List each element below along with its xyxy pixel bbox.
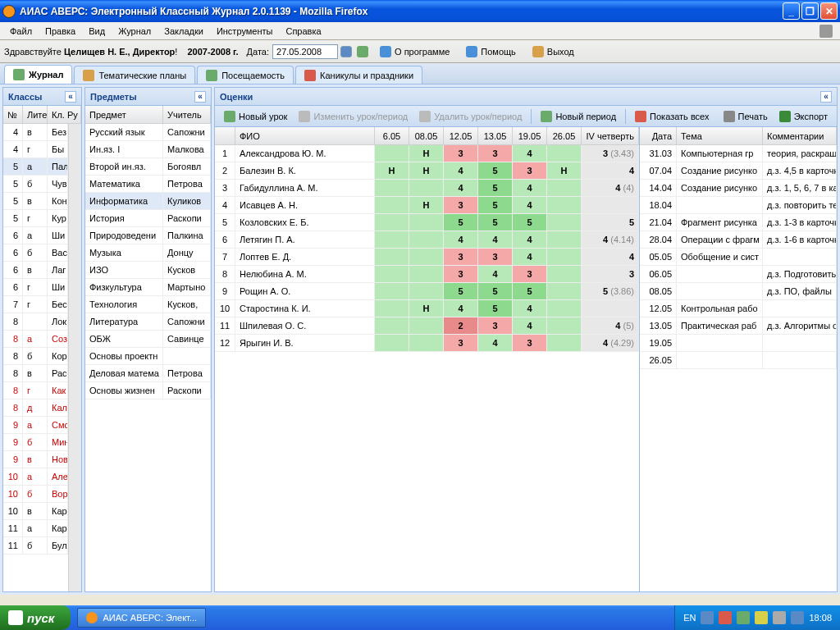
student-row[interactable]: 8Нелюбина А. М.3433 bbox=[215, 266, 639, 283]
menu-help[interactable]: Справка bbox=[280, 25, 326, 38]
class-row[interactable]: 6вЛаг bbox=[3, 262, 68, 279]
subject-row[interactable]: ЛитератураСапожни bbox=[85, 313, 211, 331]
subject-row[interactable]: Второй ин.яз.Богоявл bbox=[85, 158, 211, 176]
student-row[interactable]: 1Александрова Ю. М.Н3343 (3.43) bbox=[215, 145, 639, 162]
edit-lesson-button[interactable]: Изменить урок/период bbox=[294, 108, 413, 125]
subject-row[interactable]: ОБЖСавинце bbox=[85, 331, 211, 348]
menu-edit[interactable]: Правка bbox=[39, 25, 81, 38]
class-row[interactable]: 8дКал bbox=[3, 399, 68, 417]
col-topic[interactable]: Тема bbox=[677, 127, 763, 144]
subject-row[interactable]: ИнформатикаКуликов bbox=[85, 193, 211, 210]
taskbar-item[interactable]: АИАС АВЕРС: Элект... bbox=[77, 608, 206, 628]
class-row[interactable]: 11бБул bbox=[3, 537, 68, 555]
class-row[interactable]: 9бМин bbox=[3, 434, 68, 451]
lesson-row[interactable]: 12.05Контрольная рабо bbox=[640, 300, 837, 317]
lesson-row[interactable]: 18.04д.з. повторить те bbox=[640, 197, 837, 214]
col-teacher[interactable]: Кл. Ру bbox=[48, 106, 81, 123]
lesson-row[interactable]: 19.05 bbox=[640, 335, 837, 352]
student-row[interactable]: 12Ярыгин И. В.3434 (4.29) bbox=[215, 335, 639, 352]
col-no[interactable]: № bbox=[3, 106, 23, 123]
class-row[interactable]: 6бВас bbox=[3, 244, 68, 262]
class-row[interactable]: 4вБез bbox=[3, 124, 68, 141]
student-row[interactable]: 11Шпилевая О. С.2344 (5) bbox=[215, 317, 639, 335]
maximize-button[interactable]: ❐ bbox=[801, 2, 819, 20]
help-button[interactable]: Помощь bbox=[461, 44, 521, 59]
col-fio[interactable]: ФИО bbox=[235, 127, 375, 144]
tab-holidays[interactable]: Каникулы и праздники bbox=[295, 66, 422, 84]
lesson-row[interactable]: 06.05д.з. Подготовить bbox=[640, 266, 837, 283]
subject-row[interactable]: Основы проектн bbox=[85, 348, 211, 365]
about-button[interactable]: О программе bbox=[375, 44, 454, 59]
col-num[interactable] bbox=[215, 127, 235, 144]
student-row[interactable]: 9Рощин А. О.5555 (3.86) bbox=[215, 283, 639, 300]
subject-row[interactable]: Основы жизненРаскопи bbox=[85, 382, 211, 399]
class-row[interactable]: 8вРас bbox=[3, 365, 68, 382]
close-button[interactable]: ✕ bbox=[820, 2, 838, 20]
tray-icon[interactable] bbox=[719, 611, 732, 624]
class-row[interactable]: 10вКар bbox=[3, 503, 68, 520]
class-row[interactable]: 11аКар bbox=[3, 520, 68, 537]
tab-journal[interactable]: Журнал bbox=[4, 65, 72, 84]
class-row[interactable]: 5аПал bbox=[3, 158, 68, 176]
col-date[interactable]: 26.05 bbox=[547, 127, 582, 144]
subject-row[interactable]: ПриродоведениПалкина bbox=[85, 227, 211, 244]
col-comment[interactable]: Комментарии bbox=[763, 127, 837, 144]
student-row[interactable]: 6Летягин П. А.4444 (4.14) bbox=[215, 231, 639, 249]
col-date[interactable]: 12.05 bbox=[444, 127, 478, 144]
col-date[interactable]: Дата bbox=[640, 127, 677, 144]
new-lesson-button[interactable]: Новый урок bbox=[219, 108, 292, 125]
class-row[interactable]: 5вКон bbox=[3, 193, 68, 210]
lesson-row[interactable]: 05.05Обобщение и сист bbox=[640, 249, 837, 266]
minimize-button[interactable]: _ bbox=[783, 2, 800, 20]
student-row[interactable]: 2Балезин В. К.НН453Н4 bbox=[215, 162, 639, 180]
class-row[interactable]: 5бЧув bbox=[3, 176, 68, 193]
subject-row[interactable]: ФизкультураМартыно bbox=[85, 279, 211, 296]
class-row[interactable]: 5гКур bbox=[3, 210, 68, 227]
student-row[interactable]: 4Исавцев А. Н.Н354 bbox=[215, 197, 639, 214]
collapse-icon[interactable]: « bbox=[820, 91, 832, 103]
student-row[interactable]: 5Козловских Е. Б.5555 bbox=[215, 214, 639, 231]
class-row[interactable]: 10аАле bbox=[3, 468, 68, 486]
new-period-button[interactable]: Новый период bbox=[536, 108, 621, 125]
refresh-icon[interactable] bbox=[357, 46, 368, 57]
class-row[interactable]: 6гШи bbox=[3, 279, 68, 296]
tray-icon[interactable] bbox=[701, 611, 714, 624]
subject-row[interactable]: Деловая матемаПетрова bbox=[85, 365, 211, 382]
classes-scrollbar[interactable] bbox=[68, 124, 81, 591]
class-row[interactable]: 8аСоз bbox=[3, 331, 68, 348]
class-row[interactable]: 7гБес bbox=[3, 296, 68, 313]
lesson-row[interactable]: 21.04Фрагмент рисункад.з. 1-3 в карточк bbox=[640, 214, 837, 231]
col-date[interactable]: 08.05 bbox=[409, 127, 444, 144]
menu-view[interactable]: Вид bbox=[83, 25, 111, 38]
calendar-icon[interactable] bbox=[340, 46, 352, 57]
class-row[interactable]: 4гБы bbox=[3, 141, 68, 158]
class-row[interactable]: 8бКор bbox=[3, 348, 68, 365]
collapse-icon[interactable]: « bbox=[65, 91, 76, 103]
student-row[interactable]: 3Габидуллина А. М.4544 (4) bbox=[215, 180, 639, 197]
tray-icon[interactable] bbox=[791, 611, 804, 624]
class-row[interactable]: 6аШи bbox=[3, 227, 68, 244]
lesson-row[interactable]: 08.05д.з. ПО, файлы bbox=[640, 283, 837, 300]
subject-row[interactable]: МатематикаПетрова bbox=[85, 176, 211, 193]
lesson-row[interactable]: 31.03Компьютерная гртеория, раскраши bbox=[640, 145, 837, 162]
student-row[interactable]: 7Лоптев Е. Д.3344 bbox=[215, 249, 639, 266]
subject-row[interactable]: МузыкаДонцу bbox=[85, 244, 211, 262]
menu-bookmarks[interactable]: Закладки bbox=[158, 25, 209, 38]
tray-icon[interactable] bbox=[755, 611, 768, 624]
clock[interactable]: 18:08 bbox=[809, 613, 832, 623]
menu-tools[interactable]: Инструменты bbox=[211, 25, 279, 38]
tab-attendance[interactable]: Посещаемость bbox=[197, 66, 294, 84]
class-row[interactable]: 9аСмс bbox=[3, 417, 68, 434]
tray-icon[interactable] bbox=[737, 611, 750, 624]
col-quarter[interactable]: IV четверть bbox=[582, 127, 639, 144]
col-teacher[interactable]: Учитель bbox=[163, 106, 211, 123]
date-input[interactable] bbox=[272, 44, 338, 59]
class-row[interactable]: 8Лок bbox=[3, 313, 68, 331]
subject-row[interactable]: ИЗОКусков bbox=[85, 262, 211, 279]
lesson-row[interactable]: 13.05Практическая рабд.з. Алгоритмы оп bbox=[640, 317, 837, 335]
exit-button[interactable]: Выход bbox=[527, 44, 579, 59]
language-indicator[interactable]: EN bbox=[683, 613, 696, 623]
student-row[interactable]: 10Старостина К. И.Н454 bbox=[215, 300, 639, 317]
print-button[interactable]: Печать bbox=[719, 108, 773, 125]
lesson-row[interactable]: 26.05 bbox=[640, 352, 837, 369]
